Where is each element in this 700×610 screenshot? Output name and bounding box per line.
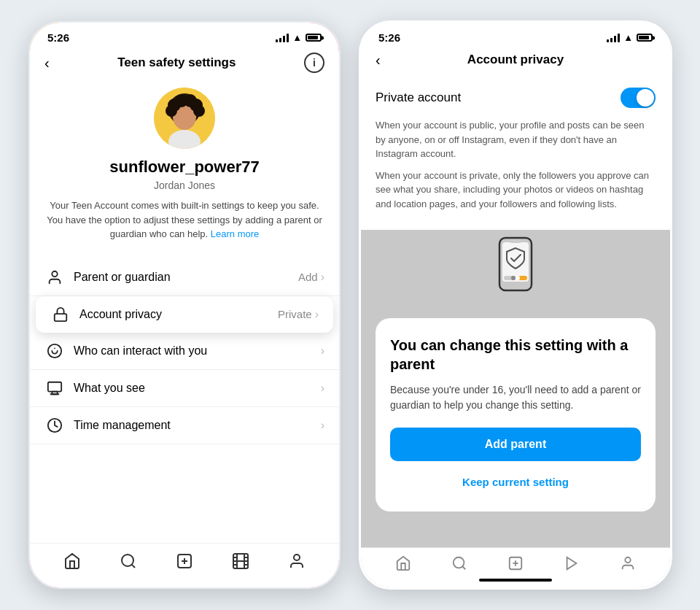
chevron-icon: › xyxy=(315,308,319,321)
avatar-image xyxy=(154,88,215,149)
home-nav-icon[interactable] xyxy=(395,555,411,571)
right-phone: 5:26 ▲ ‹ Account privacy xyxy=(359,20,672,590)
battery-icon xyxy=(637,34,653,42)
svg-point-32 xyxy=(294,555,300,560)
privacy-right: Private › xyxy=(278,308,319,321)
menu-item-time[interactable]: Time management › xyxy=(30,407,339,444)
wifi-icon: ▲ xyxy=(292,32,302,43)
signal-icon xyxy=(276,34,289,42)
menu-item-see[interactable]: What you see › xyxy=(30,370,339,407)
right-back-button[interactable]: ‹ xyxy=(376,52,381,69)
privacy-desc-2: When your account is private, only the f… xyxy=(376,169,656,212)
menu-item-parent[interactable]: Parent or guardian Add › xyxy=(30,259,339,296)
svg-point-7 xyxy=(193,105,205,117)
left-bottom-nav xyxy=(30,543,339,587)
svg-point-46 xyxy=(625,557,630,563)
battery-icon xyxy=(306,34,322,42)
interact-icon xyxy=(44,343,65,359)
change-setting-card: You can change this setting with a paren… xyxy=(376,318,656,511)
lock-icon xyxy=(50,306,71,323)
see-icon xyxy=(44,380,65,396)
reels-nav-icon[interactable] xyxy=(232,552,249,570)
create-nav-icon[interactable] xyxy=(508,555,524,571)
right-nav-header: ‹ Account privacy xyxy=(361,47,670,76)
parent-label: Parent or guardian xyxy=(74,271,298,284)
card-title: You can change this setting with a paren… xyxy=(390,336,641,374)
signal-icon xyxy=(607,34,620,42)
svg-point-19 xyxy=(122,555,133,566)
left-time: 5:26 xyxy=(47,31,69,44)
left-nav-header: ‹ Teen safety settings i xyxy=(30,47,339,82)
svg-point-40 xyxy=(454,557,464,568)
chevron-icon: › xyxy=(321,271,324,284)
left-phone: 5:26 ▲ ‹ Teen safety settings i xyxy=(28,20,341,590)
parent-right: Add › xyxy=(298,271,324,284)
card-description: Because you're under 16, you'll need to … xyxy=(390,382,641,413)
left-status-icons: ▲ xyxy=(276,32,322,43)
menu-list: Parent or guardian Add › Account privacy… xyxy=(30,259,339,444)
right-status-bar: 5:26 ▲ xyxy=(361,23,670,47)
back-button[interactable]: ‹ xyxy=(44,55,50,72)
svg-point-37 xyxy=(511,276,516,280)
svg-point-13 xyxy=(48,344,61,357)
home-indicator xyxy=(479,579,552,582)
chevron-icon: › xyxy=(321,419,324,432)
phone-shield-icon xyxy=(486,235,545,304)
add-parent-button[interactable]: Add parent xyxy=(390,428,641,461)
profile-nav-icon[interactable] xyxy=(620,555,636,571)
private-toggle[interactable] xyxy=(621,88,656,108)
privacy-label: Account privacy xyxy=(79,308,278,321)
private-account-row: Private account xyxy=(376,88,656,108)
right-page-title: Account privacy xyxy=(467,53,564,67)
svg-line-20 xyxy=(132,565,135,568)
username: sunflower_power77 xyxy=(109,158,259,177)
right-status-icons: ▲ xyxy=(607,32,653,43)
learn-more-link[interactable]: Learn more xyxy=(211,228,259,239)
profile-section: sunflower_power77 Jordan Jones Your Teen… xyxy=(30,82,339,253)
private-account-label: Private account xyxy=(376,90,461,105)
svg-rect-35 xyxy=(510,239,521,243)
see-label: What you see xyxy=(74,382,321,395)
svg-point-11 xyxy=(52,271,57,276)
time-label: Time management xyxy=(74,419,321,432)
avatar xyxy=(154,88,215,149)
gray-overlay: You can change this setting with a paren… xyxy=(361,230,670,587)
menu-item-interact[interactable]: Who can interact with you › xyxy=(30,333,339,370)
left-status-bar: 5:26 ▲ xyxy=(30,23,339,47)
right-time: 5:26 xyxy=(378,31,400,44)
create-nav-icon[interactable] xyxy=(176,552,193,570)
wifi-icon: ▲ xyxy=(623,32,633,43)
svg-point-8 xyxy=(166,105,177,117)
menu-item-privacy[interactable]: Account privacy Private › xyxy=(36,296,333,333)
reels-nav-icon[interactable] xyxy=(564,555,580,571)
realname: Jordan Jones xyxy=(154,179,215,191)
left-page-title: Teen safety settings xyxy=(117,55,236,70)
svg-marker-45 xyxy=(567,557,576,570)
search-nav-icon[interactable] xyxy=(120,552,137,570)
svg-rect-15 xyxy=(48,382,61,391)
keep-current-button[interactable]: Keep current setting xyxy=(390,470,641,494)
svg-line-41 xyxy=(462,566,465,569)
search-nav-icon[interactable] xyxy=(451,555,467,571)
chevron-icon: › xyxy=(321,382,324,395)
svg-point-39 xyxy=(516,276,520,280)
info-button[interactable]: i xyxy=(304,53,324,73)
interact-label: Who can interact with you xyxy=(74,344,321,358)
time-icon xyxy=(44,417,65,433)
home-nav-icon[interactable] xyxy=(63,552,81,570)
description-text: Your Teen Account comes with built-in se… xyxy=(44,198,324,242)
svg-rect-12 xyxy=(55,314,67,321)
chevron-icon: › xyxy=(321,344,324,358)
privacy-desc-1: When your account is public, your profil… xyxy=(376,118,656,161)
parent-icon xyxy=(44,269,65,285)
privacy-section: Private account When your account is pub… xyxy=(361,76,670,230)
profile-nav-icon[interactable] xyxy=(288,552,306,570)
